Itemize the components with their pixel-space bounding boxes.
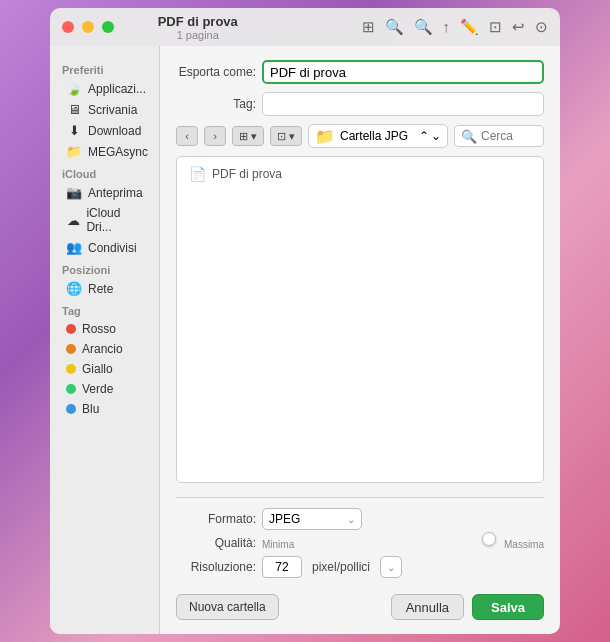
sidebar-item-anteprima[interactable]: 📷 Anteprima — [54, 182, 155, 203]
chevron-up-icon: ⌃ — [419, 129, 429, 143]
save-dialog: Preferiti 🍃 Applicazi... 🖥 Scrivania ⬇ D… — [50, 46, 560, 634]
main-panel: Esporta come: Tag: ‹ › ⊞ ▾ ⊡ ▾ 📁 Cartell… — [160, 46, 560, 634]
tag-verde-dot — [66, 384, 76, 394]
chevron-down-icon: ⌄ — [431, 129, 441, 143]
formato-select[interactable]: JPEG ⌄ — [262, 508, 362, 530]
tag-blu-dot — [66, 404, 76, 414]
view-grid-chevron: ▾ — [289, 130, 295, 143]
folder-name: Cartella JPG — [340, 129, 408, 143]
tag-giallo-dot — [66, 364, 76, 374]
qualita-max: Massima — [504, 539, 544, 550]
formato-arrow: ⌄ — [347, 514, 355, 525]
icloud-icon: ☁ — [66, 213, 80, 228]
sidebar-section-tag: Tag — [50, 299, 159, 319]
view-list-button[interactable]: ⊞ ▾ — [232, 126, 264, 146]
anteprima-icon: 📷 — [66, 185, 82, 200]
sidebar-item-icloud-drive[interactable]: ☁ iCloud Dri... — [54, 203, 155, 237]
location-pill[interactable]: 📁 Cartella JPG ⌃ ⌄ — [308, 124, 448, 148]
window-title: PDF di prova 1 pagina — [42, 14, 354, 41]
sidebar-section-preferiti: Preferiti — [50, 58, 159, 78]
file-name: PDF di prova — [212, 167, 282, 181]
annulla-button[interactable]: Annulla — [391, 594, 464, 620]
sidebar-item-verde[interactable]: Verde — [54, 379, 155, 399]
tag-arancio-dot — [66, 344, 76, 354]
tag-rosso-dot — [66, 324, 76, 334]
formato-label: Formato: — [176, 512, 256, 526]
nuova-cartella-button[interactable]: Nuova cartella — [176, 594, 279, 620]
sidebar-item-giallo[interactable]: Giallo — [54, 359, 155, 379]
file-list: 📄 PDF di prova — [176, 156, 544, 483]
applicazioni-icon: 🍃 — [66, 81, 82, 96]
confirm-buttons: Annulla Salva — [391, 594, 544, 620]
view-grid-icon: ⊡ — [277, 130, 286, 143]
forward-button[interactable]: › — [204, 126, 226, 146]
sidebar-section-icloud: iCloud — [50, 162, 159, 182]
search-icon: 🔍 — [461, 129, 477, 144]
salva-button[interactable]: Salva — [472, 594, 544, 620]
risoluzione-select[interactable]: ⌄ — [380, 556, 402, 578]
risoluzione-arrow: ⌄ — [387, 562, 395, 573]
view-list-icon: ⊞ — [239, 130, 248, 143]
search-box[interactable]: 🔍 — [454, 125, 544, 147]
sidebar-item-arancio[interactable]: Arancio — [54, 339, 155, 359]
scrivania-icon: 🖥 — [66, 102, 82, 117]
tag-input[interactable] — [262, 92, 544, 116]
rete-icon: 🌐 — [66, 281, 82, 296]
location-chevrons: ⌃ ⌄ — [419, 129, 441, 143]
options-area: Formato: JPEG ⌄ Qualità: Minima Massima — [176, 497, 544, 584]
folder-icon: 📁 — [315, 127, 335, 146]
dialog-buttons: Nuova cartella Annulla Salva — [176, 594, 544, 620]
tag-row: Tag: — [176, 92, 544, 116]
sidebar: Preferiti 🍃 Applicazi... 🖥 Scrivania ⬇ D… — [50, 46, 160, 634]
slider-thumb[interactable] — [482, 532, 496, 546]
sidebar-item-condivisi[interactable]: 👥 Condivisi — [54, 237, 155, 258]
esporta-input[interactable] — [262, 60, 544, 84]
qualita-row: Qualità: Minima Massima — [176, 536, 544, 550]
risoluzione-row: Risoluzione: pixel/pollici ⌄ — [176, 556, 544, 578]
tag-label: Tag: — [176, 97, 256, 111]
sidebar-item-scrivania[interactable]: 🖥 Scrivania — [54, 99, 155, 120]
condivisi-icon: 👥 — [66, 240, 82, 255]
esporta-label: Esporta come: — [176, 65, 256, 79]
sidebar-item-download[interactable]: ⬇ Download — [54, 120, 155, 141]
sidebar-item-blu[interactable]: Blu — [54, 399, 155, 419]
formato-value: JPEG — [269, 512, 300, 526]
sidebar-item-applicazioni[interactable]: 🍃 Applicazi... — [54, 78, 155, 99]
risoluzione-input[interactable] — [262, 556, 302, 578]
risoluzione-unit: pixel/pollici — [312, 560, 370, 574]
back-button[interactable]: ‹ — [176, 126, 198, 146]
risoluzione-label: Risoluzione: — [176, 560, 256, 574]
sidebar-item-rete[interactable]: 🌐 Rete — [54, 278, 155, 299]
toolbar-icons: ⊞ 🔍 🔍 ↑ ✏️ ⊡ ↩ ⊙ — [362, 18, 549, 36]
view-grid-button[interactable]: ⊡ ▾ — [270, 126, 302, 146]
file-icon: 📄 — [189, 166, 206, 182]
sidebar-section-posizioni: Posizioni — [50, 258, 159, 278]
esporta-row: Esporta come: — [176, 60, 544, 84]
view-list-chevron: ▾ — [251, 130, 257, 143]
qualita-label: Qualità: — [176, 536, 256, 550]
window-chrome: PDF di prova 1 pagina ⊞ 🔍 🔍 ↑ ✏️ ⊡ ↩ ⊙ — [50, 8, 560, 46]
file-item[interactable]: 📄 PDF di prova — [183, 163, 537, 185]
megasync-icon: 📁 — [66, 144, 82, 159]
toolbar-row: ‹ › ⊞ ▾ ⊡ ▾ 📁 Cartella JPG ⌃ ⌄ 🔍 — [176, 124, 544, 148]
window-subtitle: 1 pagina — [42, 29, 354, 41]
sidebar-item-megasync[interactable]: 📁 MEGAsync — [54, 141, 155, 162]
sidebar-item-rosso[interactable]: Rosso — [54, 319, 155, 339]
formato-row: Formato: JPEG ⌄ — [176, 508, 544, 530]
search-input[interactable] — [481, 129, 541, 143]
slider-labels: Minima Massima — [262, 539, 544, 550]
download-icon: ⬇ — [66, 123, 82, 138]
qualita-min: Minima — [262, 539, 294, 550]
